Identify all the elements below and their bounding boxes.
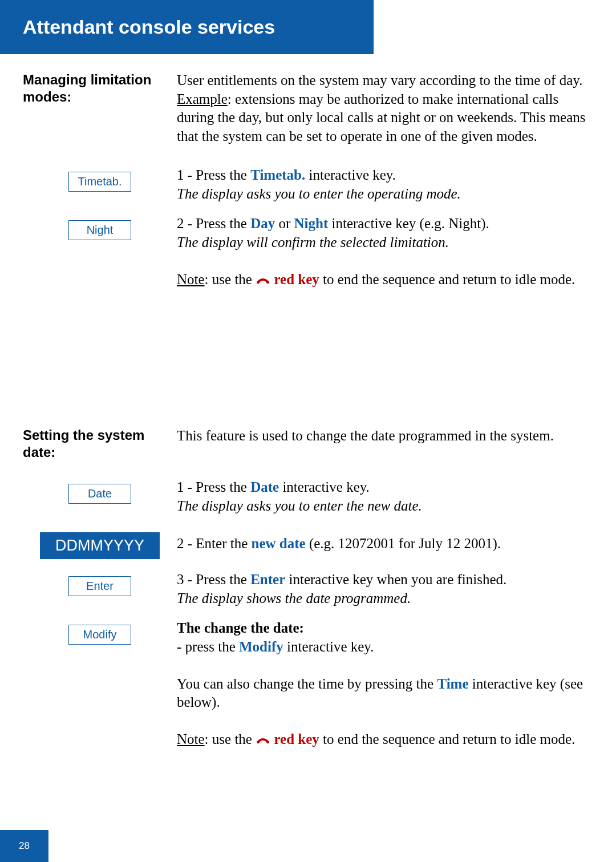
- date-step2-key: new date: [252, 536, 306, 551]
- row-step2: Night 2 - Press the Day or Night interac…: [23, 215, 593, 290]
- note1-mid: : use the: [205, 272, 256, 287]
- vertical-gap: [23, 301, 593, 427]
- right-column: The change the date: - press the Modify …: [177, 619, 593, 750]
- date-step1-line: 1 - Press the Date interactive key.: [177, 478, 593, 497]
- left-column: Managing limitation modes:: [23, 71, 177, 155]
- row-step1: Timetab. 1 - Press the Timetab. interact…: [23, 166, 593, 203]
- intro-text-1: User entitlements on the system may vary…: [177, 72, 582, 88]
- step2-pre: 2 - Press the: [177, 216, 250, 231]
- step2-or: or: [275, 216, 294, 231]
- display-ddmmyyyy: DDMMYYYY: [40, 532, 160, 559]
- note2-end: to end the sequence and return to idle m…: [319, 731, 575, 747]
- step1-italic: The display asks you to enter the operat…: [177, 185, 593, 204]
- left-column: Night: [23, 215, 177, 290]
- date-step3-key: Enter: [250, 572, 285, 587]
- heading-managing-limitation: Managing limitation modes:: [23, 71, 177, 106]
- note1-red: red key: [270, 272, 319, 287]
- night-button[interactable]: Night: [68, 220, 131, 240]
- right-column: User entitlements on the system may vary…: [177, 71, 593, 155]
- example-text: : extensions may be authorized to make i…: [177, 91, 586, 144]
- step1-line: 1 - Press the Timetab. interactive key.: [177, 166, 593, 185]
- step1-post: interactive key.: [305, 167, 396, 183]
- phone-icon: [256, 731, 270, 750]
- date-step3-italic: The display shows the date programmed.: [177, 589, 593, 608]
- note2-line: Note: use the red key to end the sequenc…: [177, 730, 593, 750]
- date-step2-line: 2 - Enter the new date (e.g. 12072001 fo…: [177, 535, 593, 553]
- step2-line: 2 - Press the Day or Night interactive k…: [177, 215, 593, 233]
- change-key: Modify: [239, 639, 283, 654]
- timetab-button[interactable]: Timetab.: [68, 172, 131, 192]
- page-header: Attendant console services: [0, 0, 374, 54]
- step1-pre: 1 - Press the: [177, 167, 250, 183]
- note1-line: Note: use the red key to end the sequenc…: [177, 270, 593, 290]
- row-date-step2: DDMMYYYY 2 - Enter the new date (e.g. 12…: [23, 527, 593, 559]
- row-date-step1: Date 1 - Press the Date interactive key.…: [23, 478, 593, 515]
- right-column: 1 - Press the Date interactive key. The …: [177, 478, 593, 515]
- header-title: Attendant console services: [23, 16, 275, 38]
- change-pre: - press the: [177, 639, 239, 654]
- step2-italic: The display will confirm the selected li…: [177, 233, 593, 252]
- date-step3-pre: 3 - Press the: [177, 572, 250, 587]
- step2-post: interactive key (e.g. Night).: [328, 216, 489, 231]
- right-column: 2 - Press the Day or Night interactive k…: [177, 215, 593, 290]
- left-column: DDMMYYYY: [23, 527, 177, 559]
- date-step1-italic: The display asks you to enter the new da…: [177, 497, 593, 516]
- heading-setting-date: Setting the system date:: [23, 427, 177, 461]
- date-button[interactable]: Date: [68, 484, 131, 504]
- page-number-footer: 28: [0, 830, 48, 862]
- time-line: You can also change the time by pressing…: [177, 675, 593, 712]
- date-step1-post: interactive key.: [279, 479, 370, 495]
- date-step2-pre: 2 - Enter the: [177, 536, 252, 551]
- left-column: Modify: [23, 619, 177, 750]
- page-content: Managing limitation modes: User entitlem…: [0, 54, 616, 762]
- section-setting-date: Setting the system date: This feature is…: [23, 427, 593, 467]
- change-post: interactive key.: [283, 639, 374, 654]
- step2-night: Night: [294, 216, 329, 231]
- left-column: Date: [23, 478, 177, 515]
- right-column: This feature is used to change the date …: [177, 427, 593, 467]
- example-label: Example: [177, 91, 228, 107]
- date-step3-post: interactive key when you are finished.: [285, 572, 506, 587]
- section-managing-limitation: Managing limitation modes: User entitlem…: [23, 71, 593, 155]
- change-date-line: - press the Modify interactive key.: [177, 638, 593, 657]
- time-key: Time: [437, 676, 468, 691]
- date-step1-pre: 1 - Press the: [177, 479, 250, 495]
- date-step3-line: 3 - Press the Enter interactive key when…: [177, 570, 593, 589]
- time-pre: You can also change the time by pressing…: [177, 676, 437, 691]
- step2-day: Day: [250, 216, 275, 231]
- left-column: Enter: [23, 570, 177, 608]
- phone-icon: [256, 272, 270, 290]
- page-number: 28: [19, 840, 30, 851]
- enter-button[interactable]: Enter: [68, 576, 131, 596]
- row-modify: Modify The change the date: - press the …: [23, 619, 593, 750]
- date-step1-key: Date: [250, 479, 279, 495]
- right-column: 2 - Enter the new date (e.g. 12072001 fo…: [177, 527, 593, 559]
- note2-red: red key: [270, 731, 319, 747]
- left-column: Setting the system date:: [23, 427, 177, 467]
- row-date-step3: Enter 3 - Press the Enter interactive ke…: [23, 570, 593, 608]
- change-date-heading: The change the date:: [177, 619, 593, 638]
- note2-mid: : use the: [205, 731, 256, 747]
- note2-label: Note: [177, 731, 205, 747]
- right-column: 1 - Press the Timetab. interactive key. …: [177, 166, 593, 203]
- intro2-text: This feature is used to change the date …: [177, 427, 593, 446]
- date-step2-post: (e.g. 12072001 for July 12 2001).: [306, 536, 501, 551]
- modify-button[interactable]: Modify: [68, 625, 131, 645]
- left-column: Timetab.: [23, 166, 177, 203]
- note1-end: to end the sequence and return to idle m…: [319, 272, 575, 287]
- step1-key: Timetab.: [250, 167, 305, 183]
- intro-paragraph: User entitlements on the system may vary…: [177, 71, 593, 145]
- note1-label: Note: [177, 272, 205, 287]
- right-column: 3 - Press the Enter interactive key when…: [177, 570, 593, 608]
